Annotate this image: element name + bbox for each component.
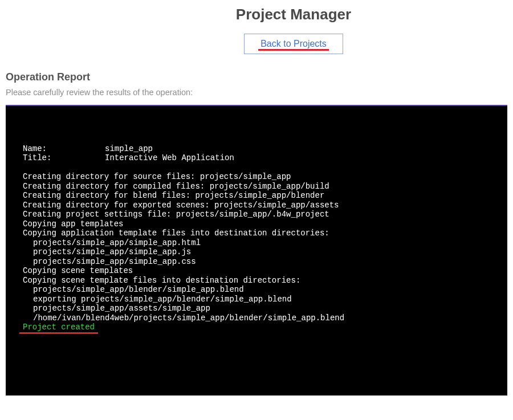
header: Project Manager Back to Projects — [0, 0, 513, 54]
log-indent-line: /home/ivan/blend4web/projects/simple_app… — [23, 313, 490, 323]
log-line: Creating directory for blend files: proj… — [23, 191, 490, 201]
page-title: Project Manager — [236, 6, 351, 23]
log-line: Copying scene templates — [23, 266, 490, 276]
project-name-label: Name: — [23, 144, 105, 154]
log-success-line: Project created — [23, 323, 95, 332]
report-subheader: Operation Report Please carefully review… — [6, 71, 507, 97]
log-line: Copying app templates — [23, 219, 490, 229]
back-to-projects-button[interactable]: Back to Projects — [244, 34, 343, 54]
log-line: Creating directory for compiled files: p… — [23, 182, 490, 191]
console-output: Name:simple_appTitle:Interactive Web App… — [6, 105, 507, 395]
project-title-label: Title: — [23, 153, 105, 163]
log-indent-line: projects/simple_app/blender/simple_app.b… — [23, 285, 490, 295]
log-indent-line: exporting projects/simple_app/blender/si… — [23, 295, 490, 304]
project-title-value: Interactive Web Application — [105, 153, 234, 162]
log-line: Copying application template files into … — [23, 229, 490, 238]
log-line: Creating directory for exported scenes: … — [23, 201, 490, 210]
log-indent-line: projects/simple_app/simple_app.html — [23, 238, 490, 248]
back-to-projects-label: Back to Projects — [260, 39, 327, 49]
report-description: Please carefully review the results of t… — [6, 88, 507, 97]
log-indent-line: projects/simple_app/simple_app.js — [23, 247, 490, 257]
log-line: Creating directory for source files: pro… — [23, 172, 490, 182]
log-line: Copying scene template files into destin… — [23, 276, 490, 286]
report-heading: Operation Report — [6, 71, 507, 83]
project-name-row: Name:simple_app — [23, 144, 490, 154]
log-line: Creating project settings file: projects… — [23, 210, 490, 219]
log-indent-line: projects/simple_app/simple_app.css — [23, 257, 490, 267]
project-name-value: simple_app — [105, 144, 153, 153]
log-indent-line: projects/simple_app/assets/simple_app — [23, 304, 490, 313]
project-title-row: Title:Interactive Web Application — [23, 153, 490, 163]
